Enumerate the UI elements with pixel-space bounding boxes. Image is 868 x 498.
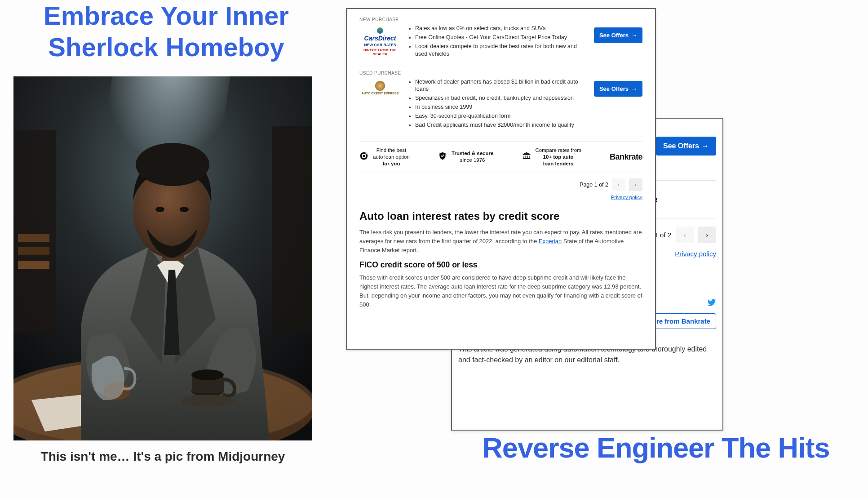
twitter-icon[interactable] <box>707 298 716 309</box>
svg-rect-3 <box>272 126 312 333</box>
used-bullet-list: Network of dealer partners has closed $1… <box>415 78 588 130</box>
see-offers-button[interactable]: See Offers → <box>656 137 716 156</box>
feat-line: for you <box>373 160 410 167</box>
arrow-right-icon: → <box>631 85 637 92</box>
prev-page-button[interactable]: ‹ <box>676 227 694 243</box>
chevron-left-icon: ‹ <box>684 231 686 239</box>
list-item: Network of dealer partners has closed $1… <box>415 78 588 93</box>
logo-sub: NEW CAR RATES <box>364 43 396 47</box>
target-icon <box>359 151 368 162</box>
shield-check-icon <box>438 151 447 162</box>
offer-row-used: AUTO CREDIT EXPRESS Network of dealer pa… <box>359 78 642 137</box>
feat-line: Compare rates from <box>536 147 581 154</box>
feat-line: auto loan option <box>373 154 410 160</box>
feat-line: Find the best <box>373 147 410 154</box>
left-heading: Embrace Your Inner Sherlock Homeboy <box>9 0 323 62</box>
privacy-policy-link[interactable]: Privacy policy <box>675 250 716 258</box>
svg-point-15 <box>155 207 164 212</box>
badge-icon <box>375 81 385 91</box>
slide-canvas: Embrace Your Inner Sherlock Homeboy <box>0 0 868 498</box>
article-paragraph: Those with credit scores under 500 are c… <box>359 273 642 310</box>
list-item: Rates as low as 0% on select cars, truck… <box>415 25 588 32</box>
chevron-right-icon: › <box>635 182 637 188</box>
svg-rect-4 <box>18 234 49 242</box>
feat-line: loan lenders <box>536 160 581 167</box>
arrow-right-icon: → <box>631 32 637 39</box>
experian-link[interactable]: Experian <box>539 238 562 245</box>
carsdirect-logo: CarsDirect NEW CAR RATES DIRECT FROM THE… <box>359 25 401 56</box>
svg-rect-6 <box>18 261 49 269</box>
auto-credit-express-logo: AUTO CREDIT EXPRESS <box>359 78 401 95</box>
feature-strip: Find the best auto loan option for you T… <box>359 141 642 173</box>
list-item: Free Online Quotes - Get Your CarsDirect… <box>415 34 588 41</box>
svg-point-14 <box>136 143 209 186</box>
arrow-right-icon: → <box>702 142 709 150</box>
privacy-policy-link[interactable]: Privacy policy <box>611 195 642 200</box>
see-offers-button[interactable]: See Offers → <box>594 81 642 97</box>
bankrate-logo: Bankrate <box>610 152 642 162</box>
article-paragraph: The less risk you present to lenders, th… <box>359 228 642 255</box>
article-h2: Auto loan interest rates by credit score <box>359 210 642 222</box>
list-item: Bad Credit applicants must have $2000/mo… <box>415 121 588 129</box>
logo-tag: DIRECT FROM THE DEALER <box>359 48 401 56</box>
logo-text: CarsDirect <box>364 35 396 42</box>
list-item: Local dealers compete to provide the bes… <box>415 43 588 58</box>
bank-icon <box>522 151 531 162</box>
see-offers-button[interactable]: See Offers → <box>594 27 642 43</box>
globe-icon <box>377 27 383 34</box>
prev-page-button[interactable]: ‹ <box>612 178 625 191</box>
svg-point-16 <box>180 207 189 212</box>
list-item: Easy, 30-second pre-qualification form <box>415 112 588 120</box>
see-offers-label: See Offers <box>599 85 629 92</box>
feat-line: Trusted & secure <box>452 150 493 157</box>
see-offers-label: See Offers <box>663 142 699 150</box>
left-heading-line1: Embrace Your Inner <box>44 1 289 30</box>
portrait-caption: This isn't me… It's a pic from Midjourne… <box>13 449 312 464</box>
chevron-right-icon: › <box>706 231 709 239</box>
logo-text: AUTO CREDIT EXPRESS <box>362 92 399 95</box>
svg-rect-5 <box>18 247 49 255</box>
offer-row-new: CarsDirect NEW CAR RATES DIRECT FROM THE… <box>359 25 642 66</box>
svg-point-21 <box>191 369 224 380</box>
next-page-button[interactable]: › <box>698 227 716 243</box>
feat-line: since 1976 <box>452 157 493 164</box>
article-h3: FICO credit score of 500 or less <box>359 260 642 270</box>
used-purchase-label: USED PURCHASE <box>359 71 642 76</box>
pagination: Page 1 of 2 ‹ › <box>359 178 642 191</box>
right-heading: Reverse Engineer The Hits <box>447 431 865 464</box>
list-item: In business since 1999 <box>415 103 588 111</box>
chevron-left-icon: ‹ <box>618 182 620 188</box>
next-page-button[interactable]: › <box>629 178 642 191</box>
feat-line: 10+ top auto <box>536 154 581 160</box>
list-item: Specializes in bad credit, no credit, ba… <box>415 94 588 102</box>
screenshot-front: NEW PURCHASE CarsDirect NEW CAR RATES DI… <box>346 8 656 350</box>
left-heading-line2: Sherlock Homeboy <box>48 32 284 62</box>
new-purchase-label: NEW PURCHASE <box>359 17 642 22</box>
new-bullet-list: Rates as low as 0% on select cars, truck… <box>415 25 588 59</box>
svg-rect-2 <box>13 130 56 333</box>
svg-point-22 <box>182 395 234 407</box>
pager-label: Page 1 of 2 <box>580 182 608 188</box>
see-offers-label: See Offers <box>599 32 629 39</box>
portrait-image <box>13 76 312 440</box>
